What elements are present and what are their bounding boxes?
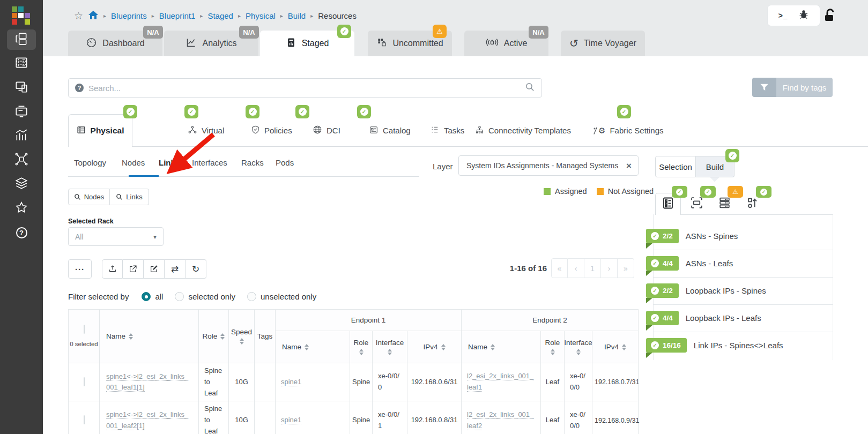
tab-virtual[interactable]: Virtual (188, 114, 224, 147)
sidebar-item-blueprints[interactable] (7, 29, 36, 50)
col-e1-name[interactable]: Name (276, 331, 350, 363)
resource-count-badge[interactable]: ✓ 2/2 (646, 283, 679, 298)
subtab-nodes[interactable]: Nodes (122, 158, 145, 167)
subtab-interfaces[interactable]: Interfaces (192, 158, 227, 167)
col-e1-ipv4[interactable]: IPv4 (407, 331, 462, 363)
tab-time-voyager[interactable]: ↺ Time Voyager (561, 31, 645, 56)
close-icon[interactable]: × (626, 161, 632, 170)
resource-count-badge[interactable]: ✓ 2/2 (646, 229, 679, 243)
sidebar-item-external-systems[interactable] (7, 150, 36, 170)
breadcrumb-separator-icon: ▸ (238, 13, 241, 19)
search-input[interactable] (88, 84, 520, 93)
resource-label[interactable]: Loopback IPs - Leafs (686, 313, 761, 323)
col-speed[interactable]: Speed (229, 310, 255, 363)
tab-selection[interactable]: Selection (655, 156, 696, 177)
swap-button[interactable]: ⇄ (165, 259, 186, 279)
sidebar-item-analytics[interactable] (7, 126, 36, 146)
first-page-button[interactable]: « (551, 258, 568, 278)
policies-icon (251, 125, 260, 136)
row-checkbox[interactable] (84, 377, 85, 386)
edit-button[interactable] (144, 259, 165, 279)
app-logo-icon[interactable] (12, 6, 31, 28)
tab-physical-label: Physical (91, 126, 124, 136)
breadcrumb-build[interactable]: Build (288, 11, 306, 20)
bug-icon[interactable] (798, 9, 809, 22)
sidebar-item-platform[interactable] (7, 174, 36, 194)
subtab-racks[interactable]: Racks (241, 158, 264, 167)
resource-count-badge[interactable]: ✓ 4/4 (646, 311, 679, 325)
col-e2-interface[interactable]: Interface (565, 331, 592, 363)
export-button[interactable] (123, 259, 144, 279)
check-icon: ✓ (651, 259, 659, 267)
breadcrumb-blueprint1[interactable]: Blueprint1 (159, 11, 196, 20)
tab-tasks[interactable]: Tasks (430, 114, 464, 147)
table-row: spine1<->l2_esi_2x_links_001_leaf1[1] Sp… (69, 363, 639, 401)
col-e2-ipv4[interactable]: IPv4 (592, 331, 639, 363)
resource-count-badge[interactable]: ✓ 4/4 (646, 256, 679, 271)
tab-fabric-settings[interactable]: ⚙ Fabric Settings (593, 114, 664, 147)
resource-count-badge[interactable]: ✓ 16/16 (646, 338, 687, 353)
favorite-star-icon[interactable]: ☆ (74, 10, 83, 22)
breadcrumb-blueprints[interactable]: Blueprints (111, 11, 147, 20)
find-by-tags-button[interactable]: Find by tags (752, 78, 833, 97)
more-actions-button[interactable]: ··· (68, 259, 92, 279)
breadcrumb-staged[interactable]: Staged (207, 11, 233, 20)
tab-dci[interactable]: DCI (313, 114, 340, 147)
nodes-search-button[interactable]: Nodes (68, 189, 110, 205)
subtab-links[interactable]: Links (159, 158, 180, 167)
radio-unselected-only[interactable] (247, 292, 256, 301)
link-name-link[interactable]: spine1<->l2_esi_2x_links_001_leaf1[1] (106, 372, 188, 392)
endpoint2-name-link[interactable]: l2_esi_2x_links_001_leaf1 (467, 372, 533, 392)
resource-label[interactable]: Link IPs - Spines<>Leafs (694, 341, 783, 350)
refresh-button[interactable]: ↻ (186, 259, 206, 279)
col-tags[interactable]: Tags (255, 310, 276, 363)
subtab-topology[interactable]: Topology (74, 158, 106, 167)
row-checkbox[interactable] (84, 415, 85, 424)
sidebar-item-resources[interactable] (7, 102, 36, 122)
sidebar-item-devices[interactable] (7, 54, 36, 74)
col-e2-name[interactable]: Name (462, 331, 541, 363)
radio-all[interactable] (142, 292, 151, 301)
tab-connectivity-templates[interactable]: Connectivity Templates (475, 114, 571, 147)
resource-label[interactable]: ASNs - Leafs (686, 259, 733, 268)
sidebar-item-favorites[interactable] (7, 198, 36, 219)
tab-catalog[interactable]: Catalog (369, 114, 411, 147)
selected-rack-select[interactable]: All ▾ (68, 227, 164, 246)
tab-policies[interactable]: Policies (251, 114, 292, 147)
unlock-icon[interactable] (824, 8, 837, 25)
col-role[interactable]: Role (199, 310, 229, 363)
endpoint2-name-link[interactable]: l2_esi_2x_links_001_leaf2 (467, 410, 533, 430)
col-e1-interface[interactable]: Interface (373, 331, 407, 363)
resource-label[interactable]: Loopback IPs - Spines (686, 286, 766, 295)
badge-na-active: N/A (529, 26, 548, 39)
search-icon[interactable] (525, 82, 535, 94)
endpoint1-name-link[interactable]: spine1 (281, 378, 301, 386)
links-search-button[interactable]: Links (110, 189, 149, 205)
select-all-checkbox[interactable] (84, 325, 85, 334)
sort-icon (359, 349, 363, 355)
subtab-pods[interactable]: Pods (276, 158, 294, 167)
endpoint1-name-link[interactable]: spine1 (281, 416, 301, 424)
col-name[interactable]: Name (100, 310, 199, 363)
sidebar-item-design[interactable] (7, 78, 36, 98)
panel-mode-tabs: Selection Build (655, 156, 735, 177)
import-button[interactable] (102, 259, 123, 279)
col-e2-role[interactable]: Role (541, 331, 565, 363)
link-name-link[interactable]: spine1<->l2_esi_2x_links_001_leaf2[1] (106, 410, 188, 430)
page-number-button[interactable]: 1 (584, 258, 601, 278)
pagination-controls: « ‹ 1 › » (551, 258, 634, 278)
radio-selected-only[interactable] (175, 292, 184, 301)
prev-page-button[interactable]: ‹ (568, 258, 584, 278)
resource-label[interactable]: ASNs - Spines (686, 231, 738, 241)
device-up-icon (746, 196, 759, 212)
breadcrumb-physical[interactable]: Physical (246, 11, 276, 20)
col-e1-role[interactable]: Role (350, 331, 373, 363)
terminal-icon[interactable]: >_ (778, 11, 788, 20)
layer-select[interactable]: System IDs Assignments - Managed Systems… (458, 155, 639, 176)
tab-physical[interactable]: Physical (68, 114, 132, 147)
next-page-button[interactable]: › (601, 258, 618, 278)
home-icon[interactable] (88, 10, 99, 21)
sidebar-item-help[interactable]: ? (7, 222, 36, 243)
badge-check-virtual: ✓ (184, 105, 198, 118)
last-page-button[interactable]: » (618, 258, 634, 278)
